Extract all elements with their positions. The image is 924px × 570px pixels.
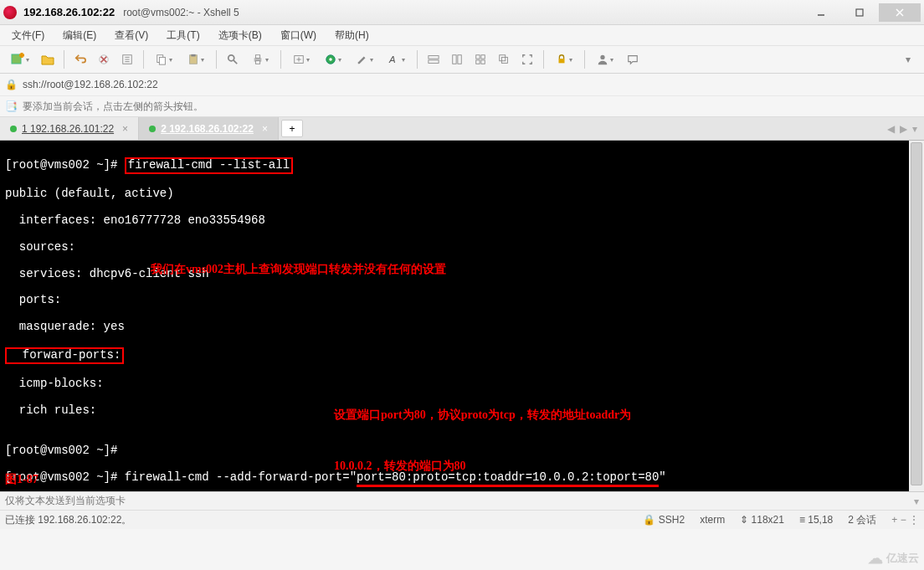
disconnect-button[interactable]	[93, 49, 115, 70]
file-transfer-button[interactable]	[286, 49, 316, 70]
svg-rect-28	[458, 55, 461, 64]
cascade-button[interactable]	[493, 49, 515, 70]
close-button[interactable]	[879, 3, 921, 22]
font-button[interactable]: A	[382, 49, 412, 70]
menu-tools[interactable]: 工具(T)	[160, 27, 206, 44]
close-icon[interactable]: ×	[122, 123, 128, 135]
footer-term: xterm	[700, 514, 725, 526]
menu-tabs[interactable]: 选项卡(B)	[212, 27, 269, 44]
properties-button[interactable]	[116, 49, 138, 70]
toolbar: A ▾	[0, 45, 924, 74]
address-text[interactable]: ssh://root@192.168.26.102:22	[23, 79, 158, 90]
tab-label: 2 192.168.26.102:22	[161, 123, 254, 135]
watermark-text: 亿速云	[886, 551, 919, 566]
annotation-2b: 10.0.0.2，转发的端口为80	[334, 460, 466, 472]
footer-dropdown-icon[interactable]: ▾	[914, 496, 919, 507]
app-icon	[3, 6, 17, 19]
tab-list-icon[interactable]: ▾	[912, 123, 917, 135]
tab-prev-icon[interactable]: ◀	[887, 123, 895, 135]
lock-icon: 🔒	[5, 79, 18, 90]
tab-next-icon[interactable]: ▶	[900, 123, 907, 135]
close-icon[interactable]: ×	[262, 123, 268, 135]
footer-status: 仅将文本发送到当前选项卡	[5, 494, 126, 508]
address-bar: 🔒 ssh://root@192.168.26.102:22	[0, 74, 924, 95]
footer: 仅将文本发送到当前选项卡 ▾ 已连接 192.168.26.102:22。 🔒S…	[0, 491, 924, 529]
compose-button[interactable]	[350, 49, 380, 70]
output-line: ports:	[5, 294, 904, 307]
annotation-2: 设置端口port为80，协议proto为tcp，转发的地址toaddr为 10.…	[316, 377, 631, 491]
window-title-sub: root@vms002:~ - Xshell 5	[123, 7, 239, 18]
new-tab-button[interactable]: +	[281, 120, 303, 137]
open-button[interactable]	[37, 49, 59, 70]
svg-rect-13	[159, 57, 165, 64]
titlebar: 192.168.26.102:22 root@vms002:~ - Xshell…	[0, 0, 924, 25]
tile-grid-button[interactable]	[470, 49, 491, 70]
vertical-scrollbar[interactable]	[909, 141, 924, 491]
output-line: masquerade: yes	[5, 321, 904, 334]
highlighted-output: forward-ports:	[5, 347, 124, 364]
lock-icon: 🔒	[643, 514, 655, 526]
svg-point-23	[329, 58, 332, 61]
menu-help[interactable]: 帮助(H)	[328, 27, 376, 44]
reconnect-button[interactable]	[69, 49, 91, 70]
svg-rect-32	[481, 60, 485, 64]
tile-vertical-button[interactable]	[446, 49, 468, 70]
chat-button[interactable]	[622, 49, 644, 70]
watermark: ☁ 亿速云	[868, 549, 919, 567]
output-line: services: dhcpv6-client ssh	[5, 268, 904, 281]
tab-label: 1 192.168.26.101:22	[22, 123, 114, 135]
tab-nav: ◀ ▶ ▾	[880, 117, 924, 140]
annotation-1: 我们在vms002主机上查询发现端口转发并没有任何的设置	[151, 263, 446, 276]
annotation-figure: 图1-87	[5, 473, 38, 486]
menu-window[interactable]: 窗口(W)	[274, 27, 323, 44]
bookmark-icon[interactable]: 📑	[5, 100, 18, 112]
print-button[interactable]	[245, 49, 275, 70]
svg-rect-31	[476, 60, 480, 64]
svg-rect-30	[481, 55, 485, 59]
svg-rect-25	[429, 56, 439, 59]
tab-session-2[interactable]: 2 192.168.26.102:22 ×	[139, 117, 279, 140]
tab-session-1[interactable]: 1 192.168.26.101:22 ×	[0, 117, 139, 140]
copy-button[interactable]	[149, 49, 179, 70]
output-line: sources:	[5, 241, 904, 254]
paste-button[interactable]	[181, 49, 211, 70]
prompt: [root@vms002 ~]#	[5, 158, 117, 172]
prompt: [root@vms002 ~]#	[5, 444, 117, 457]
scrollbar-thumb[interactable]	[911, 142, 922, 485]
svg-rect-26	[429, 60, 439, 64]
terminal-container: [root@vms002 ~]# firewall-cmd --list-all…	[0, 141, 924, 491]
hint-text: 要添加当前会话，点击左侧的箭头按钮。	[23, 100, 203, 114]
menu-edit[interactable]: 编辑(E)	[56, 27, 103, 44]
tile-horizontal-button[interactable]	[423, 49, 444, 70]
lock-button[interactable]	[549, 49, 579, 70]
menubar: 文件(F) 编辑(E) 查看(V) 工具(T) 选项卡(B) 窗口(W) 帮助(…	[0, 25, 924, 45]
color-scheme-button[interactable]	[318, 49, 348, 70]
svg-rect-35	[559, 59, 565, 63]
toolbar-overflow[interactable]: ▾	[897, 49, 919, 70]
terminal[interactable]: [root@vms002 ~]# firewall-cmd --list-all…	[0, 141, 909, 491]
footer-ssh: 🔒SSH2	[643, 514, 685, 526]
annotation-2a: 设置端口port为80，协议proto为tcp，转发的地址toaddr为	[334, 408, 631, 421]
status-dot-icon	[10, 126, 17, 132]
svg-rect-1	[856, 9, 863, 16]
svg-line-17	[234, 60, 237, 64]
user-button[interactable]	[590, 49, 620, 70]
menu-view[interactable]: 查看(V)	[108, 27, 155, 44]
fullscreen-button[interactable]	[516, 49, 538, 70]
footer-sessions: 2 会话	[848, 513, 876, 527]
svg-text:A: A	[388, 54, 395, 64]
command-text: "	[659, 470, 665, 484]
footer-nav-icons[interactable]: + − ⋮	[891, 514, 919, 526]
find-button[interactable]	[222, 49, 244, 70]
window-title-main: 192.168.26.102:22	[23, 6, 115, 18]
status-dot-icon	[149, 126, 156, 132]
maximize-button[interactable]	[840, 3, 879, 22]
menu-file[interactable]: 文件(F)	[5, 27, 51, 44]
svg-rect-20	[255, 61, 259, 64]
cloud-icon: ☁	[868, 549, 883, 567]
new-session-button[interactable]	[5, 49, 35, 70]
footer-connected: 已连接 192.168.26.102:22。	[5, 513, 131, 527]
minimize-button[interactable]	[802, 3, 840, 22]
svg-point-36	[600, 55, 604, 59]
highlighted-command: firewall-cmd --list-all	[125, 157, 293, 174]
